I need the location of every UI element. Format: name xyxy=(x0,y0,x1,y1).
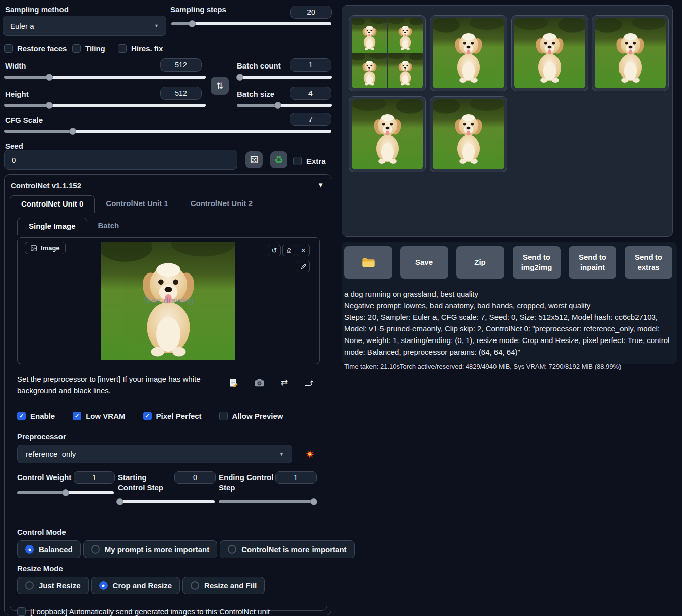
slider-thumb[interactable] xyxy=(46,102,53,109)
checkbox-box: ✓ xyxy=(293,157,302,165)
generated-image xyxy=(514,18,585,88)
slider-thumb[interactable] xyxy=(62,489,69,496)
send-dimensions-icon[interactable] xyxy=(304,379,314,387)
extra-seed-checkbox[interactable]: ✓ Extra xyxy=(293,157,326,165)
stable-diffusion-webui: Sampling method Euler a ▼ Sampling steps… xyxy=(0,0,682,616)
generation-params-text: Steps: 20, Sampler: Euler a, CFG scale: … xyxy=(344,311,673,358)
gallery-thumbnail-grid[interactable] xyxy=(349,15,426,91)
send-to-extras-button[interactable]: Send to extras xyxy=(625,246,672,279)
sampling-method-value: Euler a xyxy=(10,22,34,30)
gallery-thumbnail[interactable] xyxy=(592,15,669,91)
batch-size-input[interactable]: 4 xyxy=(290,87,331,100)
loopback-checkbox[interactable]: ✓ [Loopback] Automatically send generate… xyxy=(17,607,270,616)
send-to-inpaint-button[interactable]: Send to inpaint xyxy=(569,246,616,279)
resize-just-resize[interactable]: Just Resize xyxy=(17,577,89,594)
slider-track xyxy=(219,500,316,503)
open-editor-icon[interactable] xyxy=(229,378,238,387)
swap-arrows-icon: ⇅ xyxy=(216,82,223,90)
control-mode-prompt[interactable]: My prompt is more important xyxy=(83,540,218,558)
gallery-thumbnail[interactable] xyxy=(511,15,588,91)
preprocessor-dropdown[interactable]: reference_only ▼ xyxy=(17,445,292,463)
reuse-seed-button[interactable]: ♻ xyxy=(270,151,287,168)
height-slider[interactable] xyxy=(4,101,206,109)
sampling-steps-input[interactable]: 20 xyxy=(290,6,332,19)
ending-step-slider[interactable] xyxy=(219,498,316,506)
width-input[interactable]: 512 xyxy=(160,58,202,72)
cfg-scale-slider[interactable] xyxy=(4,127,331,135)
batch-size-slider[interactable] xyxy=(237,101,332,109)
control-mode-balanced[interactable]: Balanced xyxy=(17,540,81,558)
save-button[interactable]: Save xyxy=(400,246,448,279)
cfg-scale-input[interactable]: 7 xyxy=(290,113,331,126)
open-folder-button[interactable] xyxy=(344,246,392,279)
sampling-steps-slider[interactable] xyxy=(171,20,331,28)
preprocessor-note: Set the preprocessor to [invert] If your… xyxy=(17,373,225,396)
clear-image-button[interactable]: × xyxy=(297,245,310,256)
tab-controlnet-unit-1[interactable]: ControlNet Unit 1 xyxy=(95,195,179,213)
output-gallery xyxy=(342,5,673,237)
gallery-thumbnail[interactable] xyxy=(430,96,507,172)
resize-mode-label: Resize Mode xyxy=(17,564,320,573)
slider-thumb[interactable] xyxy=(236,74,243,81)
low-vram-label: Low VRAM xyxy=(86,412,125,420)
run-preprocessor-icon[interactable] xyxy=(305,450,315,459)
control-weight-slider[interactable] xyxy=(17,489,114,497)
slider-thumb[interactable] xyxy=(310,498,317,505)
height-input[interactable]: 512 xyxy=(160,87,202,100)
controlnet-image-dropzone[interactable]: Image Start drawing ↺ × xyxy=(17,237,320,364)
batch-count-slider[interactable] xyxy=(237,73,332,81)
control-mode-controlnet-label: ControlNet is more important xyxy=(241,545,346,554)
hires-fix-checkbox[interactable]: ✓ Hires. fix xyxy=(118,44,163,53)
tab-controlnet-unit-2[interactable]: ControlNet Unit 2 xyxy=(179,195,264,213)
allow-preview-checkbox[interactable]: ✓ Allow Preview xyxy=(219,412,283,420)
tab-batch[interactable]: Batch xyxy=(87,218,131,235)
control-weight-label: Control Weight xyxy=(17,471,74,483)
restore-faces-checkbox[interactable]: ✓ Restore faces xyxy=(4,44,67,53)
controlnet-unit-tabbar: ControlNet Unit 0 ControlNet Unit 1 Cont… xyxy=(10,195,327,213)
resize-crop-and-resize[interactable]: Crop and Resize xyxy=(91,577,180,594)
generated-image xyxy=(352,18,387,53)
generated-image xyxy=(388,53,423,88)
width-slider[interactable] xyxy=(4,73,206,81)
webcam-icon[interactable] xyxy=(255,379,264,387)
send-to-img2img-button[interactable]: Send to img2img xyxy=(513,246,561,279)
zip-button[interactable]: Zip xyxy=(456,246,504,279)
low-vram-checkbox[interactable]: ✓ Low VRAM xyxy=(73,412,125,420)
control-mode-controlnet[interactable]: ControlNet is more important xyxy=(220,540,354,558)
loopback-label: [Loopback] Automatically send generated … xyxy=(30,607,270,616)
tab-single-image[interactable]: Single Image xyxy=(17,218,87,235)
checkbox-box: ✓ xyxy=(219,412,228,420)
seed-input[interactable]: 0 xyxy=(4,150,237,170)
slider-thumb[interactable] xyxy=(46,74,53,81)
starting-step-input[interactable]: 0 xyxy=(174,471,216,484)
undo-button[interactable]: ↺ xyxy=(268,245,281,256)
gallery-thumbnail[interactable] xyxy=(430,15,507,91)
mirror-webcam-icon[interactable]: ⇄ xyxy=(281,377,288,388)
collapse-panel-button[interactable]: ▼ xyxy=(317,181,324,189)
loopback-row: ✓ [Loopback] Automatically send generate… xyxy=(17,607,320,616)
resize-resize-and-fill[interactable]: Resize and Fill xyxy=(182,577,265,594)
preprocessor-row: reference_only ▼ xyxy=(17,445,320,463)
sketch-button[interactable] xyxy=(297,261,310,272)
slider-thumb[interactable] xyxy=(116,498,123,505)
erase-button[interactable] xyxy=(282,245,295,256)
radio-icon xyxy=(99,581,108,590)
batch-count-input[interactable]: 1 xyxy=(290,58,331,72)
slider-thumb[interactable] xyxy=(189,20,196,27)
slider-thumb[interactable] xyxy=(69,128,76,135)
gallery-thumbnail[interactable] xyxy=(349,96,426,172)
random-seed-button[interactable]: ⚄ xyxy=(245,151,263,168)
slider-track xyxy=(237,104,332,107)
thumbnail-grid-2x2 xyxy=(352,18,423,88)
ending-step-input[interactable]: 1 xyxy=(275,471,317,484)
batch-size-label: Batch size xyxy=(237,90,274,98)
tiling-checkbox[interactable]: ✓ Tiling xyxy=(72,44,105,53)
swap-dimensions-button[interactable]: ⇅ xyxy=(211,77,229,95)
control-weight-input[interactable]: 1 xyxy=(74,471,115,484)
generated-image xyxy=(595,18,666,88)
slider-thumb[interactable] xyxy=(274,102,281,109)
pixel-perfect-checkbox[interactable]: ✓ Pixel Perfect xyxy=(143,412,202,420)
enable-checkbox[interactable]: ✓ Enable xyxy=(17,412,55,420)
sampling-method-dropdown[interactable]: Euler a ▼ xyxy=(3,16,166,36)
starting-step-slider[interactable] xyxy=(118,498,215,506)
